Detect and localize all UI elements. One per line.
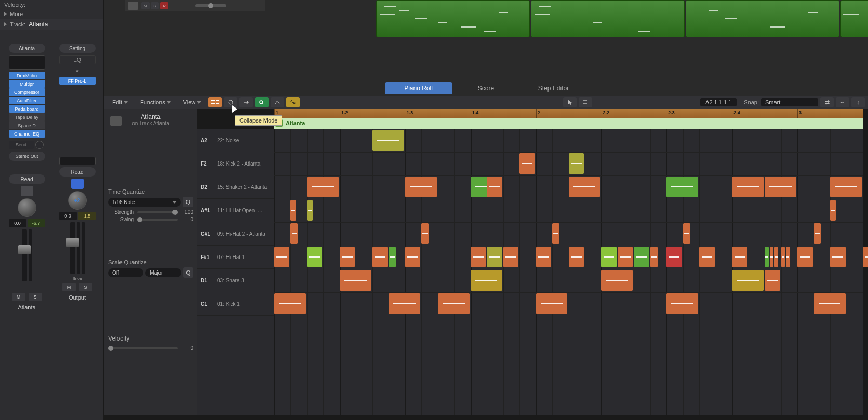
insert-slot[interactable]: AutoFilter [9, 97, 45, 104]
midi-note[interactable] [774, 247, 778, 267]
solo-button[interactable]: S [79, 283, 92, 291]
midi-note[interactable] [814, 223, 821, 244]
insert-slot[interactable]: Tape Delay [9, 113, 45, 121]
strength-slider[interactable] [137, 211, 178, 213]
eq-slot[interactable]: EQ [59, 55, 96, 64]
midi-note[interactable] [814, 293, 846, 314]
velocity-slider[interactable] [108, 347, 178, 349]
midi-note[interactable] [536, 247, 551, 267]
track-icon[interactable] [21, 186, 33, 196]
midi-note[interactable] [307, 177, 339, 197]
automation-mode[interactable]: Read [59, 167, 96, 177]
midi-note[interactable] [340, 270, 371, 291]
midi-note[interactable] [732, 270, 764, 291]
swing-slider[interactable] [137, 219, 178, 221]
midi-note[interactable] [781, 247, 785, 267]
midi-note[interactable] [683, 223, 690, 244]
midi-note[interactable] [307, 200, 313, 221]
track-disclosure[interactable]: Track: Atlanta [0, 19, 103, 30]
tab-step-editor[interactable]: Step Editor [520, 82, 587, 94]
scale-quantize-button[interactable]: Q [183, 267, 193, 278]
lane-row[interactable]: A222: Noise [197, 129, 274, 152]
midi-note[interactable] [569, 247, 584, 267]
midi-note[interactable] [699, 247, 714, 267]
snap-select[interactable]: Smart [761, 98, 818, 106]
midi-note[interactable] [274, 293, 306, 314]
midi-note[interactable] [634, 247, 649, 267]
midi-note[interactable] [601, 270, 633, 291]
tool-left[interactable] [563, 97, 577, 107]
midi-note[interactable] [601, 247, 616, 267]
insert-slot[interactable]: Compressor [9, 88, 45, 96]
scale-off-select[interactable]: Off [108, 268, 143, 277]
bounce-label[interactable]: Bnce [72, 276, 82, 281]
midi-note[interactable] [666, 177, 698, 197]
midi-note[interactable] [666, 247, 682, 267]
lane-row[interactable]: G#109: Hi-Hat 2 - Atlanta [197, 222, 274, 246]
midi-note[interactable] [372, 130, 404, 151]
midi-region-3[interactable] [686, 0, 839, 37]
send-slot[interactable]: Send [9, 141, 34, 149]
midi-region-2[interactable] [531, 0, 685, 37]
midi-out-button[interactable] [239, 97, 253, 107]
lane-row[interactable]: F#107: Hi-Hat 1 [197, 246, 274, 269]
insert-slot[interactable]: Space D [9, 121, 45, 129]
tool-right[interactable] [579, 97, 592, 107]
record-button[interactable]: R [160, 2, 168, 9]
midi-note[interactable] [666, 293, 698, 314]
scale-mode-select[interactable]: Major [145, 268, 181, 277]
midi-note[interactable] [340, 247, 355, 267]
edit-menu[interactable]: Edit [107, 98, 133, 107]
midi-note[interactable] [569, 153, 584, 174]
midi-note[interactable] [786, 247, 790, 267]
midi-note[interactable] [487, 177, 502, 197]
midi-note[interactable] [372, 247, 388, 267]
midi-note[interactable] [797, 247, 812, 267]
midi-note[interactable] [274, 247, 289, 267]
piano-roll-ruler[interactable]: 11.21.31.422.22.32.433.2 [274, 109, 863, 118]
solo-button[interactable]: S [29, 293, 42, 301]
insert-slot[interactable]: Multipr [9, 80, 45, 88]
track-volume-fader[interactable] [195, 4, 226, 7]
link-button[interactable] [286, 97, 300, 107]
insert-slot[interactable]: Channel EQ [9, 130, 45, 138]
midi-note[interactable] [503, 247, 518, 267]
midi-note[interactable] [438, 293, 470, 314]
midi-note[interactable] [863, 247, 868, 267]
midi-note[interactable] [536, 293, 568, 314]
pan-knob[interactable]: +2 [68, 191, 87, 210]
collapse-mode-button[interactable] [208, 97, 222, 107]
tab-piano-roll[interactable]: Piano Roll [385, 82, 452, 94]
midi-note[interactable] [650, 247, 658, 267]
midi-note[interactable] [569, 177, 600, 197]
insert-slot[interactable]: DrmMchn [9, 72, 45, 79]
pan-knob[interactable] [18, 198, 36, 217]
midi-note[interactable] [765, 270, 780, 291]
midi-note[interactable] [487, 247, 502, 267]
midi-note[interactable] [290, 223, 298, 244]
midi-note[interactable] [389, 247, 396, 267]
lane-row[interactable]: C101: Kick 1 [197, 292, 274, 316]
midi-region-1[interactable] [376, 0, 530, 37]
view-menu[interactable]: View [178, 98, 207, 107]
midi-note[interactable] [830, 200, 836, 221]
mute-button[interactable]: M [141, 2, 150, 9]
midi-note[interactable] [405, 247, 420, 267]
insert-slot[interactable]: FF Pro-L [59, 77, 96, 85]
midi-note[interactable] [765, 177, 796, 197]
lane-row[interactable]: F218: Kick 2 - Atlanta [197, 152, 274, 175]
drag-mode-button[interactable]: ⇄ [820, 97, 834, 107]
volume-fader[interactable] [70, 222, 75, 274]
lane-row[interactable]: A#111: Hi-Hat Open -... [197, 199, 274, 222]
midi-note[interactable] [732, 177, 764, 197]
note-grid[interactable] [274, 129, 863, 415]
automation-mode[interactable]: Read [9, 174, 45, 184]
output-slot[interactable]: Stereo Out [9, 152, 45, 161]
midi-note[interactable] [290, 200, 296, 221]
midi-note[interactable] [552, 223, 559, 244]
midi-note[interactable] [830, 247, 845, 267]
midi-note[interactable] [618, 247, 633, 267]
midi-note[interactable] [389, 293, 420, 314]
arrange-track-header[interactable]: M S R [125, 0, 265, 11]
midi-note[interactable] [770, 247, 773, 267]
